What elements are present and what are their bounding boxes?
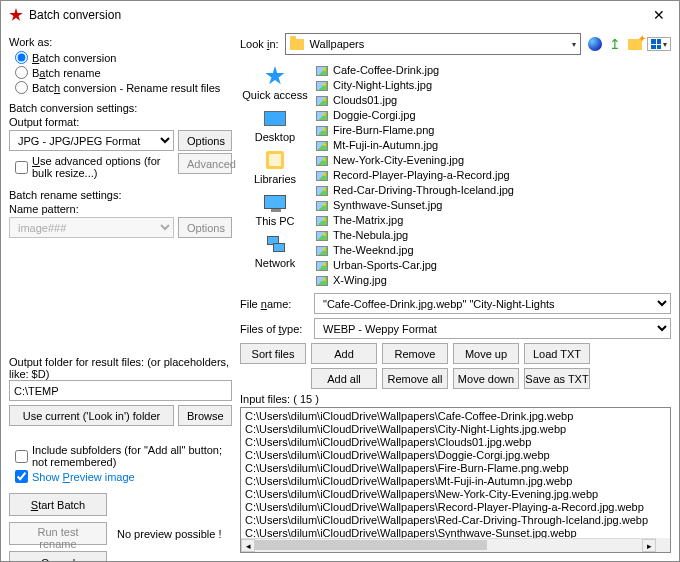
file-item[interactable]: Fire-Burn-Flame.png — [314, 123, 667, 138]
back-icon[interactable] — [587, 36, 603, 52]
filename-label: File name: — [240, 298, 308, 310]
image-icon — [316, 216, 328, 226]
file-item[interactable]: Synthwave-Sunset.jpg — [314, 198, 667, 213]
lookin-folder-select[interactable]: Wallpapers ▾ — [285, 33, 581, 55]
input-file-row[interactable]: C:\Users\dilum\iCloudDrive\Wallpapers\Ci… — [245, 423, 666, 436]
close-icon[interactable]: ✕ — [647, 7, 671, 23]
input-files-list[interactable]: C:\Users\dilum\iCloudDrive\Wallpapers\Ca… — [240, 407, 671, 553]
file-item[interactable]: Record-Player-Playing-a-Record.jpg — [314, 168, 667, 183]
bcs-label: Batch conversion settings: — [9, 102, 232, 114]
image-icon — [316, 171, 328, 181]
radio-batch-conv-rename[interactable]: Batch conversion - Rename result files — [15, 81, 232, 94]
advanced-options-check[interactable]: Use advanced options (for bulk resize...… — [15, 155, 174, 179]
save-txt-button[interactable]: Save as TXT — [524, 368, 590, 389]
file-item[interactable]: X-Wing.jpg — [314, 273, 667, 288]
image-icon — [316, 246, 328, 256]
window-title: Batch conversion — [29, 8, 647, 22]
run-test-rename-button: Run test rename — [9, 522, 107, 545]
advanced-button: Advanced — [178, 153, 232, 174]
place-network[interactable]: Network — [253, 231, 297, 271]
file-item[interactable]: The-Nebula.jpg — [314, 228, 667, 243]
name-pattern-select: image### — [9, 217, 174, 238]
image-icon — [316, 111, 328, 121]
file-item[interactable]: New-York-City-Evening.jpg — [314, 153, 667, 168]
input-file-row[interactable]: C:\Users\dilum\iCloudDrive\Wallpapers\Fi… — [245, 462, 666, 475]
remove-all-button[interactable]: Remove all — [382, 368, 448, 389]
load-txt-button[interactable]: Load TXT — [524, 343, 590, 364]
input-files-label: Input files: ( 15 ) — [240, 393, 671, 405]
use-current-folder-button[interactable]: Use current ('Look in') folder — [9, 405, 174, 426]
outfmt-label: Output format: — [9, 116, 232, 128]
app-icon — [9, 8, 23, 22]
input-file-row[interactable]: C:\Users\dilum\iCloudDrive\Wallpapers\Do… — [245, 449, 666, 462]
input-file-row[interactable]: C:\Users\dilum\iCloudDrive\Wallpapers\Ne… — [245, 488, 666, 501]
image-icon — [316, 201, 328, 211]
filename-input[interactable]: "Cafe-Coffee-Drink.jpg.webp" "City-Night… — [314, 293, 671, 314]
filetype-label: Files of type: — [240, 323, 308, 335]
start-batch-button[interactable]: Start Batch — [9, 493, 107, 516]
brs-label: Batch rename settings: — [9, 189, 232, 201]
file-item[interactable]: Doggie-Corgi.jpg — [314, 108, 667, 123]
image-icon — [316, 156, 328, 166]
filetype-select[interactable]: WEBP - Weppy Format — [314, 318, 671, 339]
move-down-button[interactable]: Move down — [453, 368, 519, 389]
output-format-select[interactable]: JPG - JPG/JPEG Format — [9, 130, 174, 151]
workas-label: Work as: — [9, 36, 232, 48]
input-file-row[interactable]: C:\Users\dilum\iCloudDrive\Wallpapers\Mt… — [245, 475, 666, 488]
image-icon — [316, 276, 328, 286]
output-folder-input[interactable] — [9, 380, 232, 401]
up-folder-icon[interactable]: ↥ — [607, 36, 623, 52]
chevron-down-icon: ▾ — [572, 40, 576, 49]
file-item[interactable]: City-Night-Lights.jpg — [314, 78, 667, 93]
image-icon — [316, 96, 328, 106]
image-icon — [316, 186, 328, 196]
folder-icon — [290, 39, 304, 50]
input-file-row[interactable]: C:\Users\dilum\iCloudDrive\Wallpapers\Cl… — [245, 436, 666, 449]
include-subfolders-check[interactable]: Include subfolders (for "Add all" button… — [15, 444, 232, 468]
file-item[interactable]: Urban-Sports-Car.jpg — [314, 258, 667, 273]
lookin-label: Look in: — [240, 38, 279, 50]
place-this-pc[interactable]: This PC — [253, 189, 296, 229]
new-folder-icon[interactable] — [627, 36, 643, 52]
radio-batch-conversion[interactable]: Batch conversion — [15, 51, 232, 64]
radio-batch-rename[interactable]: Batch rename — [15, 66, 232, 79]
place-quick-access[interactable]: Quick access — [240, 63, 309, 103]
rename-options-button: Options — [178, 217, 232, 238]
show-preview-check[interactable]: Show Preview image — [15, 470, 232, 483]
titlebar: Batch conversion ✕ — [1, 1, 679, 29]
view-menu-button[interactable]: ▾ — [647, 37, 671, 51]
cancel-button[interactable]: Cancel — [9, 551, 107, 562]
place-libraries[interactable]: Libraries — [252, 147, 298, 187]
add-all-button[interactable]: Add all — [311, 368, 377, 389]
input-file-row[interactable]: C:\Users\dilum\iCloudDrive\Wallpapers\Re… — [245, 514, 666, 527]
remove-button[interactable]: Remove — [382, 343, 448, 364]
place-desktop[interactable]: Desktop — [253, 105, 297, 145]
image-icon — [316, 141, 328, 151]
image-icon — [316, 261, 328, 271]
image-icon — [316, 81, 328, 91]
horizontal-scrollbar[interactable]: ◂▸ — [241, 538, 656, 552]
file-item[interactable]: Mt-Fuji-in-Autumn.jpg — [314, 138, 667, 153]
file-list[interactable]: Cafe-Coffee-Drink.jpgCity-Night-Lights.j… — [310, 61, 671, 289]
sort-files-button[interactable]: Sort files — [240, 343, 306, 364]
add-button[interactable]: Add — [311, 343, 377, 364]
file-item[interactable]: The-Weeknd.jpg — [314, 243, 667, 258]
file-item[interactable]: Red-Car-Driving-Through-Iceland.jpg — [314, 183, 667, 198]
file-item[interactable]: Clouds01.jpg — [314, 93, 667, 108]
output-folder-label: Output folder for result files: (or plac… — [9, 356, 232, 380]
browse-button[interactable]: Browse — [178, 405, 232, 426]
format-options-button[interactable]: Options — [178, 130, 232, 151]
image-icon — [316, 66, 328, 76]
file-item[interactable]: The-Matrix.jpg — [314, 213, 667, 228]
input-file-row[interactable]: C:\Users\dilum\iCloudDrive\Wallpapers\Re… — [245, 501, 666, 514]
move-up-button[interactable]: Move up — [453, 343, 519, 364]
image-icon — [316, 231, 328, 241]
pattern-label: Name pattern: — [9, 203, 232, 215]
image-icon — [316, 126, 328, 136]
no-preview-text: No preview possible ! — [117, 528, 222, 540]
file-item[interactable]: Cafe-Coffee-Drink.jpg — [314, 63, 667, 78]
input-file-row[interactable]: C:\Users\dilum\iCloudDrive\Wallpapers\Ca… — [245, 410, 666, 423]
